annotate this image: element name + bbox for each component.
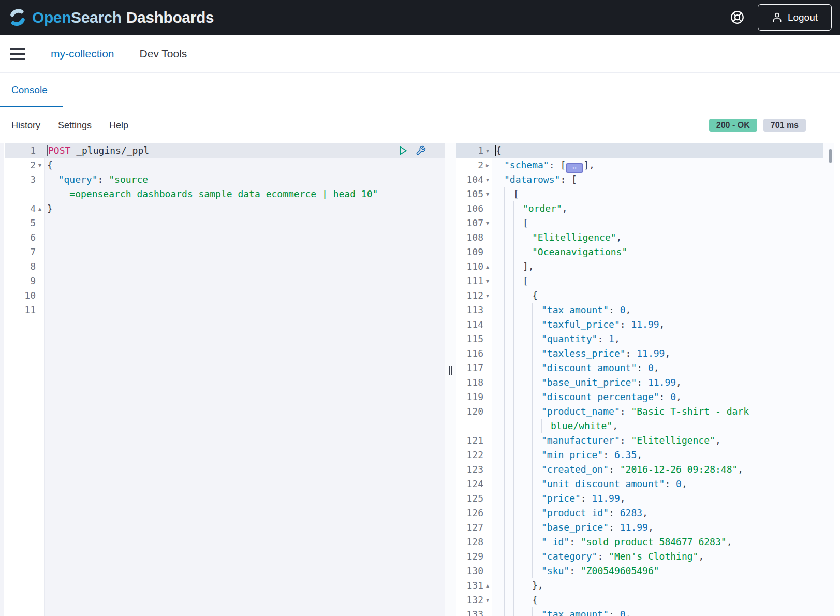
breadcrumb-collection-link[interactable]: my-collection [35, 35, 130, 72]
request-line-10[interactable]: 10 [5, 288, 445, 303]
indent-guide [504, 491, 513, 506]
tab-bar: Console [0, 73, 840, 107]
menu-history[interactable]: History [11, 120, 40, 131]
editor-left-margin [0, 143, 4, 616]
fold-down-icon[interactable]: ▾ [483, 187, 492, 201]
collapse-pill[interactable]: ↔ [566, 163, 583, 173]
response-line-104[interactable]: 104▾"datarows": [ [456, 172, 834, 187]
response-line-111[interactable]: 111▾[ [456, 274, 834, 288]
tab-console[interactable]: Console [0, 73, 63, 107]
line-number: 128 [466, 535, 483, 549]
response-line-123[interactable]: 123"created_on": "2016-12-26 09:28:48", [456, 462, 834, 477]
line-number: 118 [466, 375, 483, 390]
request-line-11[interactable]: 11 [5, 303, 445, 317]
indent-guide [523, 332, 532, 346]
response-line-118[interactable]: 118"base_unit_price": 11.99, [456, 375, 834, 390]
response-line-110[interactable]: 110▴], [456, 259, 834, 274]
line-number: 1 [478, 143, 483, 158]
request-editor[interactable]: 1POST _plugins/_ppl2▾{3 "query": "source… [5, 143, 445, 616]
fold-down-icon[interactable]: ▾ [483, 216, 492, 230]
fold-right-icon[interactable]: ▸ [483, 158, 492, 172]
response-line-120[interactable]: 120"product_name": "Basic T-shirt - dark [456, 404, 834, 419]
response-line-127[interactable]: 127"base_price": 11.99, [456, 520, 834, 535]
response-line-108[interactable]: 108"Elitelligence", [456, 230, 834, 245]
response-line-125[interactable]: 125"price": 11.99, [456, 491, 834, 506]
response-line-105[interactable]: 105▾[ [456, 187, 834, 201]
fold-down-icon[interactable]: ▾ [483, 593, 492, 607]
indent-guide [504, 245, 513, 259]
indent-guide [523, 564, 532, 578]
indent-guide [495, 448, 504, 462]
line-number: 121 [466, 433, 483, 448]
fold-up-icon[interactable]: ▴ [483, 259, 492, 274]
help-ring-icon[interactable] [730, 10, 744, 24]
indent-guide [495, 520, 504, 535]
request-line-7[interactable]: 7 [5, 245, 445, 259]
fold-down-icon[interactable]: ▾ [483, 288, 492, 303]
response-viewer[interactable]: 1▾{2▸"schema": [↔],104▾"datarows": [105▾… [456, 143, 834, 616]
indent-guide [504, 433, 513, 448]
fold-down-icon[interactable]: ▾ [483, 274, 492, 288]
fold-up-icon[interactable]: ▴ [483, 578, 492, 593]
response-line-1[interactable]: 1▾{ [456, 143, 834, 158]
response-line-132[interactable]: 132▾{ [456, 593, 834, 607]
response-line-130[interactable]: 130"sku": "Z00549605496" [456, 564, 834, 578]
response-line-126[interactable]: 126"product_id": 6283, [456, 506, 834, 520]
request-line-2[interactable]: 2▾{ [5, 158, 445, 172]
response-line-129[interactable]: 129"category": "Men's Clothing", [456, 549, 834, 564]
response-line-107[interactable]: 107▾[ [456, 216, 834, 230]
request-line-5[interactable]: 5 [5, 216, 445, 230]
drag-handle-icon[interactable] [449, 366, 452, 375]
response-line-114[interactable]: 114"taxful_price": 11.99, [456, 317, 834, 332]
scrollbar-thumb[interactable] [829, 149, 832, 163]
response-line-128[interactable]: 128"_id": "sold_product_584677_6283", [456, 535, 834, 549]
indent-guide [495, 274, 504, 288]
response-line-116[interactable]: 116"taxless_price": 11.99, [456, 346, 834, 361]
response-line-131[interactable]: 131▴}, [456, 578, 834, 593]
indent-guide [495, 390, 504, 404]
fold-down-icon[interactable]: ▾ [483, 172, 492, 187]
line-number: 117 [466, 361, 483, 375]
request-line-3[interactable]: 3 "query": "source [5, 172, 445, 187]
response-line-2[interactable]: 2▸"schema": [↔], [456, 158, 834, 172]
request-line-1[interactable]: 1POST _plugins/_ppl [5, 143, 445, 158]
request-line-9[interactable]: 9 [5, 274, 445, 288]
menu-hamburger-button[interactable] [0, 35, 35, 72]
fold-down-icon[interactable]: ▾ [36, 158, 44, 172]
response-line-117[interactable]: 117"discount_amount": 0, [456, 361, 834, 375]
indent-guide [532, 607, 541, 616]
editor-resizer[interactable] [445, 143, 456, 616]
fold-down-icon[interactable]: ▾ [483, 143, 492, 158]
wrench-icon[interactable] [416, 145, 426, 156]
line-number: 110 [466, 259, 483, 274]
request-line-4[interactable]: 4▴} [5, 201, 445, 216]
indent-guide [513, 288, 523, 303]
response-line-133[interactable]: 133"tax_amount": 0, [456, 607, 834, 616]
menu-help[interactable]: Help [109, 120, 128, 131]
response-line-115[interactable]: 115"quantity": 1, [456, 332, 834, 346]
indent-guide [504, 216, 513, 230]
request-line-wrap[interactable]: =opensearch_dashboards_sample_data_ecomm… [5, 187, 445, 201]
fold-up-icon[interactable]: ▴ [36, 201, 44, 216]
request-line-6[interactable]: 6 [5, 230, 445, 245]
indent-guide [504, 274, 513, 288]
response-line-109[interactable]: 109"Oceanavigations" [456, 245, 834, 259]
line-number: 115 [466, 332, 483, 346]
indent-guide [504, 564, 513, 578]
response-line-wrap[interactable]: blue/white", [456, 419, 834, 433]
response-line-121[interactable]: 121"manufacturer": "Elitelligence", [456, 433, 834, 448]
line-number: 1 [30, 143, 36, 158]
indent-guide [523, 230, 532, 245]
status-badge: 200 - OK [709, 119, 757, 132]
response-line-106[interactable]: 106"order", [456, 201, 834, 216]
logout-button[interactable]: Logout [758, 4, 832, 31]
indent-guide [495, 288, 504, 303]
menu-settings[interactable]: Settings [58, 120, 92, 131]
play-request-button[interactable] [398, 145, 408, 156]
response-line-119[interactable]: 119"discount_percentage": 0, [456, 390, 834, 404]
request-line-8[interactable]: 8 [5, 259, 445, 274]
response-line-122[interactable]: 122"min_price": 6.35, [456, 448, 834, 462]
response-line-112[interactable]: 112▾{ [456, 288, 834, 303]
response-line-124[interactable]: 124"unit_discount_amount": 0, [456, 477, 834, 491]
response-line-113[interactable]: 113"tax_amount": 0, [456, 303, 834, 317]
